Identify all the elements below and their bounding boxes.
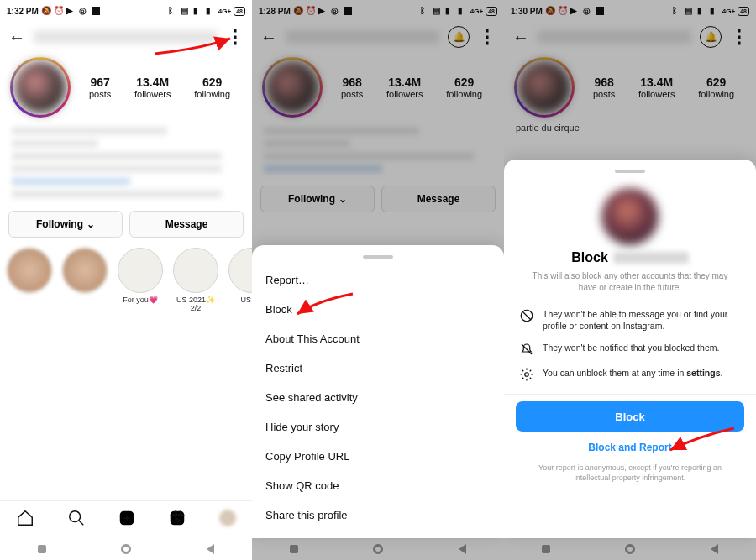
signal-icon-2: ▮ — [710, 6, 720, 16]
avatar[interactable] — [262, 57, 323, 118]
back-button[interactable]: ← — [8, 28, 25, 47]
clock: 1:30 PM — [511, 7, 543, 16]
signal-icon-2: ▮ — [458, 6, 468, 16]
block-and-report-link[interactable]: Block and Report — [516, 432, 744, 463]
menu-shared-activity[interactable]: See shared activity — [265, 383, 491, 412]
recent-apps-button[interactable] — [290, 545, 298, 553]
highlight-item[interactable] — [7, 248, 52, 312]
search-icon[interactable] — [67, 509, 86, 531]
stat-followers[interactable]: 13.4Mfollowers — [638, 76, 675, 99]
back-button[interactable]: ← — [260, 28, 277, 47]
bluetooth-icon: ᛒ — [420, 6, 430, 16]
stat-following[interactable]: 629following — [446, 76, 482, 99]
menu-about[interactable]: About This Account — [265, 324, 491, 353]
highlight-item[interactable] — [62, 248, 108, 312]
back-softkey[interactable] — [459, 544, 466, 554]
home-button[interactable] — [625, 544, 635, 554]
alarm-icon: ⏰ — [54, 6, 64, 16]
bluetooth-icon: ᛒ — [672, 6, 682, 16]
bio-snippet: partie du cirque — [504, 123, 756, 133]
username-blurred — [286, 30, 439, 44]
status-bar: 1:28 PM🔕⏰▶◎ ᛒ▤▮▮4G+48 — [252, 0, 504, 22]
bottom-nav — [0, 500, 252, 538]
battery-icon: 48 — [234, 7, 245, 16]
dnd-icon: 🔕 — [545, 6, 555, 16]
home-icon[interactable] — [16, 509, 34, 531]
stat-posts[interactable]: 968posts — [593, 76, 615, 99]
drag-handle[interactable] — [615, 170, 645, 173]
stat-posts[interactable]: 968posts — [341, 76, 363, 99]
recent-apps-button[interactable] — [38, 545, 46, 553]
back-softkey[interactable] — [207, 544, 214, 554]
menu-block[interactable]: Block — [265, 295, 491, 324]
menu-copy-url[interactable]: Copy Profile URL — [265, 442, 491, 471]
menu-hide-story[interactable]: Hide your story — [265, 412, 491, 442]
screen-actionsheet: 1:28 PM🔕⏰▶◎ ᛒ▤▮▮4G+48 ← 🔔 ⋮ 968posts 13.… — [252, 0, 504, 560]
username-blurred — [34, 30, 218, 44]
signal-icon: ▮ — [697, 6, 707, 16]
youtube-icon: ▶ — [318, 6, 328, 16]
highlight-item[interactable]: US 20 — [228, 248, 252, 312]
app-icon — [344, 7, 352, 15]
svg-point-0 — [69, 510, 80, 521]
svg-point-9 — [525, 373, 529, 377]
block-title: Block — [516, 250, 744, 265]
message-button[interactable]: Message — [129, 211, 244, 238]
message-button[interactable]: Message — [381, 186, 496, 212]
avatar[interactable] — [514, 57, 575, 118]
username-blurred — [538, 30, 691, 44]
blurred-username — [613, 252, 689, 264]
notifications-button[interactable]: 🔔 — [448, 26, 470, 48]
signal-icon: ▮ — [445, 6, 455, 16]
block-button[interactable]: Block — [516, 401, 744, 432]
stat-following[interactable]: 629following — [194, 76, 230, 99]
menu-qr[interactable]: Show QR code — [265, 471, 491, 500]
menu-report[interactable]: Report… — [265, 265, 491, 295]
gear-icon — [519, 367, 534, 382]
clock: 1:28 PM — [259, 7, 291, 16]
notifications-button[interactable]: 🔔 — [700, 26, 722, 48]
create-icon[interactable] — [118, 509, 136, 531]
bluetooth-icon: ᛒ — [168, 6, 178, 16]
block-avatar — [601, 188, 659, 245]
highlights: For you💗 US 2021✨ 2/2 US 20 — [0, 241, 252, 312]
menu-restrict[interactable]: Restrict — [265, 353, 491, 383]
menu-share[interactable]: Share this profile — [265, 500, 491, 530]
drag-handle[interactable] — [363, 255, 393, 259]
info-no-message: They won't be able to message you or fin… — [516, 303, 744, 337]
reels-icon[interactable] — [168, 509, 186, 531]
stat-followers[interactable]: 13.4Mfollowers — [134, 76, 171, 99]
profile-header: 967posts 13.4Mfollowers 629following — [0, 52, 252, 123]
dnd-icon: 🔕 — [41, 6, 51, 16]
stat-following[interactable]: 629following — [698, 76, 734, 99]
following-button[interactable]: Following⌄ — [8, 211, 123, 238]
more-button[interactable]: ⋮ — [478, 26, 496, 48]
back-button[interactable]: ← — [512, 28, 529, 47]
info-unblock-settings: You can unblock them at any time in sett… — [516, 362, 744, 387]
svg-rect-5 — [171, 510, 185, 525]
home-button[interactable] — [121, 544, 131, 554]
recent-apps-button[interactable] — [542, 545, 550, 553]
svg-line-7 — [522, 311, 532, 321]
bio-blurred — [0, 127, 252, 207]
profile-icon[interactable] — [219, 510, 236, 531]
highlight-item[interactable]: For you💗 — [118, 248, 163, 312]
chevron-down-icon: ⌄ — [339, 193, 347, 205]
more-button[interactable]: ⋮ — [730, 26, 748, 48]
home-button[interactable] — [373, 544, 383, 554]
back-softkey[interactable] — [711, 544, 718, 554]
stat-posts[interactable]: 967posts — [89, 76, 111, 99]
avatar[interactable] — [10, 57, 71, 118]
softkeys — [504, 538, 756, 560]
stat-followers[interactable]: 13.4Mfollowers — [386, 76, 423, 99]
youtube-icon: ▶ — [66, 6, 76, 16]
chevron-down-icon: ⌄ — [87, 218, 95, 230]
alarm-icon: ⏰ — [306, 6, 316, 16]
alarm-icon: ⏰ — [558, 6, 568, 16]
screen-block-confirm: 1:30 PM🔕⏰▶◎ ᛒ▤▮▮4G+48 ← 🔔 ⋮ 968posts 13.… — [504, 0, 756, 560]
app-icon — [596, 7, 604, 15]
more-button[interactable]: ⋮ — [226, 26, 244, 48]
following-button[interactable]: Following⌄ — [260, 186, 375, 212]
highlight-item[interactable]: US 2021✨ 2/2 — [173, 248, 218, 312]
signal-icon: ▮ — [193, 6, 203, 16]
